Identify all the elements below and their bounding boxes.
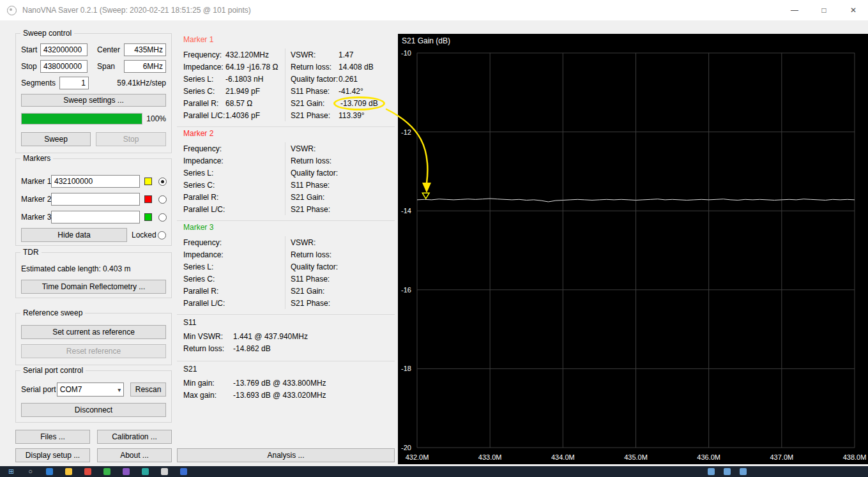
tray-icon-2[interactable] bbox=[724, 468, 731, 475]
start-frequency-input[interactable] bbox=[40, 43, 88, 56]
field-label: Max gain: bbox=[183, 391, 233, 400]
start-button[interactable]: ⊞ bbox=[8, 468, 15, 475]
display-setup-button[interactable]: Display setup ... bbox=[15, 448, 90, 462]
markers-title: Markers bbox=[20, 154, 53, 163]
sweep-progress-bar bbox=[21, 113, 142, 125]
field-value: 1.47 bbox=[339, 50, 353, 59]
reference-sweep-group: Reference sweep Set current as reference… bbox=[15, 313, 172, 365]
sweep-settings-button[interactable]: Sweep settings ... bbox=[21, 94, 166, 107]
taskbar-app-8[interactable] bbox=[180, 468, 187, 475]
field-value: -41.42° bbox=[339, 87, 363, 96]
field-value: 68.57 Ω bbox=[225, 99, 252, 108]
serial-port-value: COM7 bbox=[60, 385, 116, 394]
tray-icon-3[interactable] bbox=[740, 468, 747, 475]
field-label: Parallel R: bbox=[183, 287, 225, 296]
svg-text:432.0M: 432.0M bbox=[406, 453, 429, 461]
about-button[interactable]: About ... bbox=[97, 448, 172, 462]
taskbar-app-4[interactable] bbox=[103, 468, 110, 475]
marker-frequency-input[interactable] bbox=[51, 193, 140, 206]
sparam-section-title: S11 bbox=[183, 317, 395, 328]
taskbar-app-5[interactable] bbox=[123, 468, 130, 475]
marker-detail-section: Marker 1Frequency:432.120MHzImpedance:64… bbox=[177, 33, 395, 127]
marker-field-row: Parallel R: bbox=[183, 285, 285, 297]
app-window: NanoVNA Saver 0.2.1 (Sweep: 2020-02-21 1… bbox=[0, 0, 868, 477]
stop-sweep-button[interactable]: Stop bbox=[96, 132, 166, 146]
start-label: Start bbox=[21, 45, 40, 54]
serial-port-select[interactable]: COM7 ▾ bbox=[57, 382, 125, 397]
marker-label: Marker 1 bbox=[21, 177, 51, 186]
step-size-text: 59.41kHz/step bbox=[89, 79, 166, 87]
svg-text:-12: -12 bbox=[401, 128, 411, 136]
field-label: S21 Phase: bbox=[291, 111, 339, 120]
analysis-button[interactable]: Analysis ... bbox=[177, 448, 395, 462]
marker-field-row: S21 Gain:-13.709 dB bbox=[291, 97, 395, 109]
field-label: Min VSWR: bbox=[183, 332, 233, 341]
marker-select-radio[interactable] bbox=[158, 213, 167, 222]
svg-text:-20: -20 bbox=[401, 444, 411, 451]
chevron-down-icon: ▾ bbox=[118, 386, 121, 393]
tdr-group: TDR Estimated cable length: 0.403 m Time… bbox=[15, 252, 172, 298]
marker-row: Marker 3 bbox=[21, 210, 166, 224]
taskbar-app-2[interactable] bbox=[65, 468, 72, 475]
center-frequency-input[interactable] bbox=[124, 43, 166, 56]
field-label: Return loss: bbox=[183, 344, 233, 353]
search-icon[interactable]: ○ bbox=[27, 468, 34, 475]
marker-field-row: Series L:-6.1803 nH bbox=[183, 73, 285, 85]
marker-color-swatch bbox=[144, 213, 152, 221]
taskbar-app-3[interactable] bbox=[84, 468, 91, 475]
reset-reference-button[interactable]: Reset reference bbox=[21, 344, 166, 358]
minimize-button[interactable]: — bbox=[780, 0, 809, 20]
segments-input[interactable] bbox=[59, 77, 89, 89]
taskbar-app-7[interactable] bbox=[161, 468, 168, 475]
disconnect-button[interactable]: Disconnect bbox=[21, 403, 166, 417]
marker-color-swatch bbox=[144, 178, 152, 185]
rescan-button[interactable]: Rescan bbox=[130, 382, 166, 397]
close-button[interactable]: ✕ bbox=[839, 0, 868, 20]
tray-icon-1[interactable] bbox=[708, 468, 715, 475]
locked-radio[interactable] bbox=[158, 231, 166, 239]
taskbar-app-6[interactable] bbox=[142, 468, 149, 475]
marker-field-row: VSWR: bbox=[291, 142, 395, 155]
field-label: Return loss: bbox=[291, 250, 339, 259]
field-label: Frequency: bbox=[183, 238, 225, 247]
s21-gain-chart[interactable]: 432.0M433.0M434.0M435.0M436.0M437.0M438.… bbox=[398, 34, 868, 464]
sweep-button[interactable]: Sweep bbox=[21, 132, 91, 146]
span-label: Span bbox=[97, 62, 124, 71]
field-label: Parallel L/C: bbox=[183, 111, 225, 120]
marker-select-radio[interactable] bbox=[158, 178, 167, 186]
stop-frequency-input[interactable] bbox=[40, 60, 88, 73]
svg-text:438.0M: 438.0M bbox=[843, 453, 867, 461]
field-label: Series L: bbox=[183, 169, 225, 178]
tdr-button[interactable]: Time Domain Reflectometry ... bbox=[21, 280, 166, 294]
marker-frequency-input[interactable] bbox=[51, 211, 140, 223]
field-label: Frequency: bbox=[183, 50, 225, 59]
progress-fill bbox=[22, 114, 142, 124]
field-label: S11 Phase: bbox=[291, 87, 339, 96]
maximize-button[interactable]: □ bbox=[809, 0, 839, 20]
serial-port-group: Serial port control Serial port COM7 ▾ R… bbox=[15, 370, 172, 423]
marker-field-row: Return loss:14.408 dB bbox=[291, 61, 395, 73]
marker-field-row: VSWR:1.47 bbox=[291, 49, 395, 61]
taskbar-app-1[interactable] bbox=[46, 468, 53, 475]
field-value: 14.408 dB bbox=[339, 63, 374, 72]
field-value: 64.19 -j16.78 Ω bbox=[225, 63, 278, 72]
windows-taskbar[interactable]: ⊞○ bbox=[0, 466, 868, 477]
svg-text:437.0M: 437.0M bbox=[770, 453, 793, 461]
span-input[interactable] bbox=[124, 60, 166, 73]
s21-gain-value-highlighted: -13.709 dB bbox=[333, 96, 385, 110]
app-icon bbox=[7, 6, 17, 15]
field-label: VSWR: bbox=[291, 238, 339, 247]
files-button[interactable]: Files ... bbox=[15, 430, 90, 444]
field-value: -14.862 dB bbox=[233, 344, 271, 353]
calibration-button[interactable]: Calibration ... bbox=[97, 430, 172, 444]
set-reference-button[interactable]: Set current as reference bbox=[21, 325, 166, 339]
field-label: Impedance: bbox=[183, 63, 225, 72]
marker-frequency-input[interactable] bbox=[51, 175, 140, 188]
marker-select-radio[interactable] bbox=[158, 195, 167, 204]
segments-label: Segments bbox=[21, 79, 59, 87]
marker-section-title: Marker 3 bbox=[183, 222, 395, 232]
marker-field-row: Impedance: bbox=[183, 155, 285, 167]
hide-data-button[interactable]: Hide data bbox=[21, 228, 127, 242]
field-value: -13.693 dB @ 433.020MHz bbox=[233, 391, 326, 400]
marker-row: Marker 1 bbox=[21, 174, 166, 188]
